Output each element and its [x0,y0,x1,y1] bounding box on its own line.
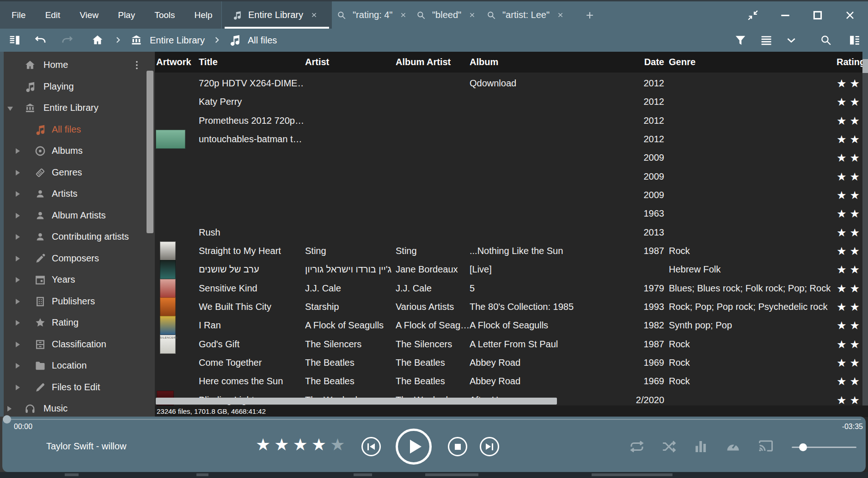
column-header-title[interactable]: Title [199,52,218,73]
table-row[interactable]: untouchables-batman t…2012★★ [155,130,862,149]
row-rating-stars[interactable]: ★★ [837,74,862,93]
volume-thumb[interactable] [799,443,807,451]
gauge-icon[interactable] [725,438,741,455]
row-rating-stars[interactable]: ★★ [837,223,862,242]
chevron-collapsed-icon[interactable] [16,320,20,326]
sidebar-item-artists[interactable]: Artists [0,183,155,205]
chevron-collapsed-icon[interactable] [16,363,20,369]
sidebar-item-files-to-edit[interactable]: Files to Edit [0,377,155,398]
row-rating-stars[interactable]: ★★ [837,92,862,111]
shuffle-icon[interactable] [660,438,677,455]
column-header-date[interactable]: Date [618,52,664,73]
row-rating-stars[interactable]: ★★ [837,335,862,354]
chevron-collapsed-icon[interactable] [16,191,20,197]
chevron-collapsed-icon[interactable] [16,256,20,261]
seek-bar[interactable] [7,419,861,420]
column-header-artist[interactable]: Artist [305,52,329,73]
tab-close-icon[interactable] [400,12,407,18]
table-row[interactable]: I RanA Flock of SeagullsA Flock of Seag…… [155,316,862,335]
filter-icon[interactable] [734,34,747,47]
collapse-window-button[interactable] [747,9,759,21]
repeat-icon[interactable] [629,438,645,455]
column-header-rating[interactable]: Rating [837,52,862,73]
right-panel-toggle-icon[interactable] [848,34,861,47]
table-row[interactable]: Prometheus 2012 720p…2012★★ [155,111,862,130]
sidebar-item-playing[interactable]: Playing [0,76,155,97]
row-rating-stars[interactable]: ★★ [837,167,862,186]
table-row[interactable]: Come TogetherThe BeatlesThe BeatlesAbbey… [155,353,862,372]
row-rating-stars[interactable]: ★★ [837,297,862,316]
new-tab-button[interactable] [581,1,599,29]
tab-search-2[interactable]: "bleed" [411,1,482,29]
sidebar-item-entire-library[interactable]: Entire Library [0,97,155,119]
table-row[interactable]: 2009★★ [155,148,862,167]
row-rating-stars[interactable]: ★★ [837,316,862,335]
row-rating-stars[interactable]: ★★ [837,391,862,405]
sidebar-item-classification[interactable]: Classification [0,334,155,355]
chevron-collapsed-icon[interactable] [7,406,12,411]
library-breadcrumb-icon[interactable] [130,34,143,47]
menu-edit[interactable]: Edit [45,10,61,20]
home-breadcrumb-icon[interactable] [91,34,104,47]
sidebar-item-albums[interactable]: Albums [0,140,155,162]
chevron-collapsed-icon[interactable] [16,385,20,390]
column-header-album[interactable]: Album [470,52,498,73]
tab-close-icon[interactable] [311,12,318,18]
seek-thumb[interactable] [3,415,11,424]
sidebar-item-composers[interactable]: Composers [0,248,155,269]
row-rating-stars[interactable]: ★★ [837,204,862,223]
row-rating-stars[interactable]: ★★ [837,279,862,298]
chevron-expanded-icon[interactable] [7,107,13,111]
menu-help[interactable]: Help [195,10,213,20]
chevron-collapsed-icon[interactable] [16,299,20,304]
menu-play[interactable]: Play [118,10,135,20]
chevron-collapsed-icon[interactable] [16,148,20,154]
sidebar-item-publishers[interactable]: Publishers [0,291,155,312]
tab-search-1[interactable]: "rating: 4" [332,1,411,29]
table-row[interactable]: 720p HDTV X264-DIME…Qdownload2012★★ [155,74,862,93]
list-view-icon[interactable] [760,34,773,47]
row-rating-stars[interactable]: ★★ [837,372,862,391]
cast-icon[interactable] [758,438,774,455]
breadcrumb-allfiles[interactable]: All files [248,34,277,47]
table-row[interactable]: Straight to My HeartStingSting...Nothing… [155,242,862,260]
row-rating-stars[interactable]: ★★ [837,242,862,260]
menu-file[interactable]: File [12,10,26,20]
table-row[interactable]: 2009★★ [155,167,862,186]
sidebar-item-contributing-artists[interactable]: Contributing artists [0,226,155,248]
sidebar-item-rating[interactable]: Rating [0,312,155,333]
table-row[interactable]: Here comes the SunThe BeatlesThe Beatles… [155,372,862,391]
undo-icon[interactable] [34,34,47,47]
sidebar-item-location[interactable]: Location [0,355,155,376]
chevron-down-icon[interactable] [785,34,797,47]
row-rating-stars[interactable]: ★★ [837,260,862,279]
column-header-genre[interactable]: Genre [669,52,696,73]
star-icon[interactable]: ★ [274,435,293,454]
row-rating-stars[interactable]: ★★ [837,111,862,130]
table-row[interactable]: 1963★★ [155,204,862,223]
star-icon[interactable]: ★ [256,435,274,454]
sidebar-scrollbar-thumb[interactable] [147,71,153,233]
maximize-button[interactable] [812,9,824,21]
skip-next-button[interactable] [480,437,499,456]
menu-tools[interactable]: Tools [154,10,175,20]
chevron-collapsed-icon[interactable] [16,234,20,240]
panels-toggle-icon[interactable] [8,34,21,47]
sidebar-item-all-files[interactable]: All files [0,119,155,140]
breadcrumb-library[interactable]: Entire Library [150,34,205,47]
chevron-collapsed-icon[interactable] [16,213,20,218]
redo-icon[interactable] [61,34,73,47]
tab-close-icon[interactable] [557,12,564,18]
star-icon[interactable]: ★ [312,435,330,454]
allfiles-breadcrumb-icon[interactable] [228,34,241,47]
kebab-menu-icon[interactable] [131,58,142,72]
minimize-button[interactable] [779,9,791,21]
chevron-collapsed-icon[interactable] [16,277,20,283]
search-icon[interactable] [819,34,832,47]
star-icon[interactable]: ★ [330,435,348,454]
skip-previous-button[interactable] [361,437,381,456]
table-row[interactable]: Sensitive KindJ.J. CaleJ.J. Cale51979Blu… [155,279,862,298]
row-rating-stars[interactable]: ★★ [837,148,862,167]
row-rating-stars[interactable]: ★★ [837,130,862,149]
equalizer-icon[interactable] [692,438,709,455]
